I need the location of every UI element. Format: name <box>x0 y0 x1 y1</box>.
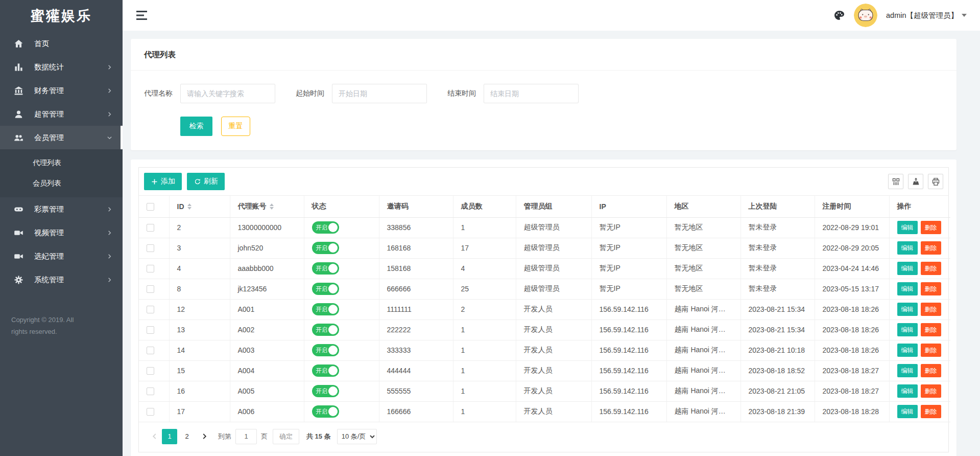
delete-button[interactable]: 删除 <box>921 364 941 377</box>
cell-admin-group: 超级管理员 <box>516 238 591 258</box>
sidebar-item-system[interactable]: 系统管理 <box>0 268 123 291</box>
status-label: 开启 <box>316 224 328 232</box>
edit-button[interactable]: 编辑 <box>897 262 918 275</box>
column-region: 地区 <box>666 196 740 217</box>
gear-icon <box>14 275 23 285</box>
cell-last-login: 2023-08-18 21:39 <box>740 401 815 422</box>
home-icon <box>14 39 23 49</box>
sidebar-item-home[interactable]: 首页 <box>0 32 123 55</box>
delete-button[interactable]: 删除 <box>921 323 941 336</box>
cell-id: 13 <box>169 320 230 340</box>
sidebar-item-lottery[interactable]: 彩票管理 <box>0 197 123 221</box>
cell-invite-code: 222222 <box>379 320 453 340</box>
row-checkbox[interactable] <box>147 265 154 272</box>
row-checkbox[interactable] <box>147 347 154 354</box>
theme-palette-icon[interactable] <box>833 9 845 21</box>
delete-button[interactable]: 删除 <box>921 344 941 357</box>
prev-page-button[interactable] <box>147 429 162 444</box>
page-title: 代理列表 <box>131 39 957 71</box>
delete-button[interactable]: 删除 <box>921 282 941 295</box>
row-checkbox[interactable] <box>147 306 154 313</box>
edit-button[interactable]: 编辑 <box>897 221 918 234</box>
cell-registered: 2023-08-18 18:27 <box>815 381 889 401</box>
sidebar-item-members[interactable]: 会员管理 <box>0 126 123 149</box>
status-toggle[interactable]: 开启 <box>312 242 339 254</box>
jump-page-input[interactable] <box>235 429 257 444</box>
status-toggle[interactable]: 开启 <box>312 262 339 275</box>
row-checkbox[interactable] <box>147 387 154 395</box>
page-2-button[interactable]: 2 <box>179 429 195 444</box>
cell-ip: 156.59.142.116 <box>591 340 666 360</box>
user-menu[interactable]: admin【超级管理员】 <box>886 11 967 20</box>
agent-name-label: 代理名称 <box>144 89 173 98</box>
cell-region: 暂无地区 <box>666 238 740 258</box>
filter-columns-button[interactable] <box>888 174 903 189</box>
sidebar-item-super-admin[interactable]: 超管管理 <box>0 102 123 126</box>
edit-button[interactable]: 编辑 <box>897 405 918 418</box>
status-toggle[interactable]: 开启 <box>312 385 339 397</box>
cell-invite-code: 1111111 <box>379 299 453 320</box>
edit-button[interactable]: 编辑 <box>897 282 918 295</box>
sidebar-item-finance[interactable]: 财务管理 <box>0 79 123 102</box>
agent-name-input[interactable] <box>180 84 275 103</box>
print-button[interactable] <box>928 174 943 189</box>
status-toggle[interactable]: 开启 <box>312 283 339 295</box>
edit-button[interactable]: 编辑 <box>897 323 918 336</box>
delete-button[interactable]: 删除 <box>921 262 941 275</box>
status-toggle[interactable]: 开启 <box>312 344 339 356</box>
next-page-button[interactable] <box>197 429 212 444</box>
sidebar-subitem-member-list[interactable]: 会员列表 <box>0 173 123 194</box>
sidebar-item-statistics[interactable]: 数据统计 <box>0 55 123 79</box>
sidebar-subitem-agent-list[interactable]: 代理列表 <box>0 153 123 173</box>
refresh-button[interactable]: 刷新 <box>187 173 225 190</box>
sort-icon[interactable] <box>270 203 274 210</box>
status-toggle[interactable]: 开启 <box>312 303 339 315</box>
column-members: 成员数 <box>453 196 516 217</box>
agents-table: ID 代理账号 状态 邀请码 成员数 管理员组 IP 地区 上次登陆 注册时间 … <box>139 196 950 422</box>
sort-icon[interactable] <box>187 203 192 210</box>
edit-button[interactable]: 编辑 <box>897 303 918 316</box>
sidebar-item-video[interactable]: 视频管理 <box>0 221 123 244</box>
row-checkbox[interactable] <box>147 408 154 416</box>
cell-members: 25 <box>453 279 516 299</box>
add-button[interactable]: 添加 <box>144 173 182 190</box>
cell-registered: 2023-08-18 18:27 <box>815 360 889 381</box>
end-date-input[interactable] <box>484 84 579 103</box>
cell-invite-code: 666666 <box>379 279 453 299</box>
cell-region: 暂无地区 <box>666 279 740 299</box>
edit-button[interactable]: 编辑 <box>897 344 918 357</box>
per-page-select[interactable]: 10 条/页 <box>337 429 377 444</box>
delete-button[interactable]: 删除 <box>921 221 941 234</box>
search-button[interactable]: 检索 <box>180 117 212 136</box>
status-toggle[interactable]: 开启 <box>312 324 339 336</box>
page-1-button[interactable]: 1 <box>162 429 177 444</box>
start-date-input[interactable] <box>332 84 427 103</box>
delete-button[interactable]: 删除 <box>921 303 941 316</box>
status-toggle[interactable]: 开启 <box>312 405 339 418</box>
status-toggle[interactable]: 开启 <box>312 221 339 234</box>
status-toggle[interactable]: 开启 <box>312 364 339 377</box>
row-checkbox[interactable] <box>147 326 154 334</box>
export-button[interactable] <box>908 174 923 189</box>
row-checkbox[interactable] <box>147 244 154 252</box>
delete-button[interactable]: 删除 <box>921 241 941 255</box>
edit-button[interactable]: 编辑 <box>897 364 918 377</box>
row-checkbox[interactable] <box>147 285 154 293</box>
row-checkbox[interactable] <box>147 224 154 232</box>
edit-button[interactable]: 编辑 <box>897 384 918 398</box>
sidebar-item-concubine[interactable]: 选妃管理 <box>0 244 123 268</box>
user-avatar[interactable] <box>854 4 877 27</box>
confirm-button[interactable]: 确定 <box>273 429 299 444</box>
start-time-label: 起始时间 <box>296 89 324 98</box>
delete-button[interactable]: 删除 <box>921 405 941 418</box>
delete-button[interactable]: 删除 <box>921 384 941 398</box>
cell-region: 暂无地区 <box>666 258 740 279</box>
row-checkbox[interactable] <box>147 367 154 375</box>
cell-registered: 2022-08-29 19:01 <box>815 217 889 238</box>
select-all-checkbox[interactable] <box>147 203 154 211</box>
edit-button[interactable]: 编辑 <box>897 241 918 255</box>
reset-button[interactable]: 重置 <box>221 117 250 136</box>
cell-registered: 2023-05-15 13:17 <box>815 279 889 299</box>
cell-last-login: 2023-08-21 21:05 <box>740 381 815 401</box>
menu-toggle-icon[interactable] <box>135 10 149 21</box>
